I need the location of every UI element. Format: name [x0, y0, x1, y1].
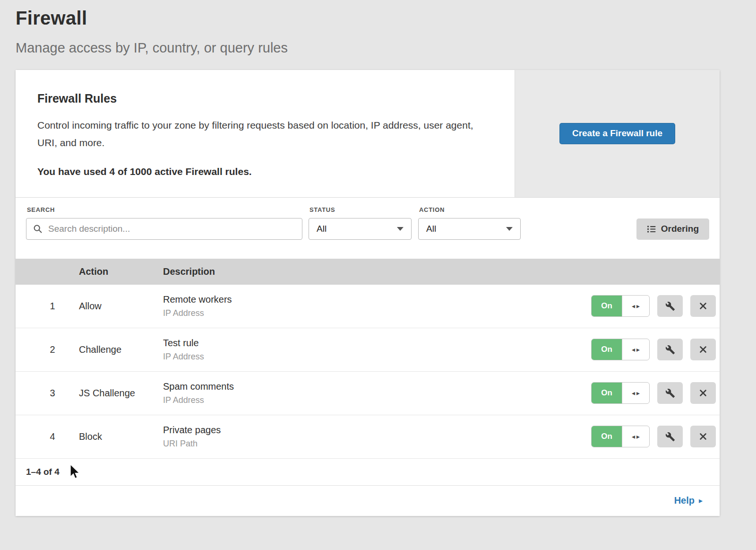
rule-index: 3 — [26, 388, 79, 399]
page-subtitle: Manage access by IP, country, or query r… — [16, 40, 756, 56]
table-row: 1 Allow Remote workers IP Address On ◂▸ — [16, 285, 720, 328]
wrench-icon — [665, 388, 675, 398]
ordering-button[interactable]: Ordering — [636, 218, 709, 240]
create-firewall-rule-button[interactable]: Create a Firewall rule — [559, 123, 675, 144]
status-filter-group: STATUS All — [309, 206, 412, 240]
toggle-arrows-icon[interactable]: ◂▸ — [622, 383, 649, 403]
wrench-icon — [665, 301, 675, 311]
rule-index: 2 — [26, 344, 79, 355]
rule-match-type: URI Path — [163, 439, 591, 449]
table-header: Action Description — [16, 259, 720, 285]
status-select[interactable]: All — [309, 218, 412, 240]
rule-description: Private pages — [163, 425, 591, 436]
delete-rule-button[interactable] — [690, 426, 716, 447]
rule-controls: On ◂▸ — [591, 295, 716, 317]
toggle-arrows-icon[interactable]: ◂▸ — [622, 339, 649, 360]
panel-top: Firewall Rules Control incoming traffic … — [16, 70, 720, 197]
pagination-summary: 1–4 of 4 — [16, 459, 720, 486]
rule-match-type: IP Address — [163, 352, 591, 362]
rule-index: 1 — [26, 301, 79, 312]
status-select-value: All — [317, 224, 326, 234]
close-icon — [698, 301, 708, 311]
search-box — [26, 218, 302, 240]
toggle-on-button[interactable]: On — [592, 383, 622, 403]
close-icon — [698, 345, 708, 354]
edit-rule-button[interactable] — [657, 339, 683, 360]
close-icon — [698, 432, 708, 441]
page-header: Firewall Manage access by IP, country, o… — [0, 0, 756, 56]
search-filter-group: SEARCH — [26, 206, 302, 240]
rule-match-type: IP Address — [163, 308, 591, 318]
wrench-icon — [665, 345, 675, 355]
description-column-header: Description — [163, 266, 716, 277]
rule-action: Challenge — [79, 344, 163, 355]
search-icon — [33, 224, 43, 234]
action-label: ACTION — [419, 206, 521, 213]
rule-description-cell: Private pages URI Path — [163, 425, 591, 449]
page-title: Firewall — [16, 8, 756, 29]
firewall-rules-panel: Firewall Rules Control incoming traffic … — [16, 70, 720, 516]
toggle-arrows-icon[interactable]: ◂▸ — [622, 296, 649, 316]
rule-controls: On ◂▸ — [591, 382, 716, 404]
toggle-on-button[interactable]: On — [592, 296, 622, 316]
panel-intro: Firewall Rules Control incoming traffic … — [16, 70, 515, 197]
table-row: 2 Challenge Test rule IP Address On ◂▸ — [16, 328, 720, 372]
rule-toggle: On ◂▸ — [591, 382, 650, 404]
action-select[interactable]: All — [418, 218, 521, 240]
toggle-on-button[interactable]: On — [592, 426, 622, 447]
rule-controls: On ◂▸ — [591, 426, 716, 447]
rule-match-type: IP Address — [163, 395, 591, 405]
rule-action: JS Challenge — [79, 388, 163, 399]
rule-toggle: On ◂▸ — [591, 426, 650, 447]
rule-controls: On ◂▸ — [591, 339, 716, 360]
edit-rule-button[interactable] — [657, 295, 683, 317]
help-link-label: Help — [674, 495, 695, 506]
edit-rule-button[interactable] — [657, 382, 683, 404]
help-link[interactable]: Help ▸ — [674, 495, 703, 506]
rule-action: Allow — [79, 301, 163, 312]
action-filter-group: ACTION All — [418, 206, 521, 240]
delete-rule-button[interactable] — [690, 382, 716, 404]
rule-description: Remote workers — [163, 294, 591, 305]
table-row: 4 Block Private pages URI Path On ◂▸ — [16, 415, 720, 459]
search-label: SEARCH — [27, 206, 302, 213]
chevron-down-icon — [397, 227, 404, 231]
status-label: STATUS — [309, 206, 412, 213]
rule-description-cell: Spam comments IP Address — [163, 381, 591, 405]
ordered-list-icon — [647, 225, 656, 234]
action-select-value: All — [426, 224, 436, 234]
edit-rule-button[interactable] — [657, 426, 683, 447]
rule-index: 4 — [26, 431, 79, 442]
rule-action: Block — [79, 431, 163, 442]
panel-heading: Firewall Rules — [37, 92, 486, 105]
close-icon — [698, 388, 708, 398]
rule-description-cell: Test rule IP Address — [163, 338, 591, 362]
delete-rule-button[interactable] — [690, 295, 716, 317]
panel-footer: Help ▸ — [16, 486, 720, 516]
chevron-down-icon — [506, 227, 513, 231]
rule-description-cell: Remote workers IP Address — [163, 294, 591, 318]
rules-usage-text: You have used 4 of 1000 active Firewall … — [37, 166, 486, 177]
caret-right-icon: ▸ — [699, 496, 703, 505]
rule-description: Spam comments — [163, 381, 591, 392]
ordering-button-label: Ordering — [661, 224, 699, 234]
rule-description: Test rule — [163, 338, 591, 349]
toggle-arrows-icon[interactable]: ◂▸ — [622, 426, 649, 447]
rule-toggle: On ◂▸ — [591, 295, 650, 317]
toggle-on-button[interactable]: On — [592, 339, 622, 360]
panel-description: Control incoming traffic to your zone by… — [37, 117, 486, 152]
action-column-header: Action — [79, 266, 163, 277]
filters-bar: SEARCH STATUS All ACTION All — [16, 197, 720, 259]
rule-toggle: On ◂▸ — [591, 339, 650, 360]
panel-action-area: Create a Firewall rule — [515, 70, 720, 197]
table-row: 3 JS Challenge Spam comments IP Address … — [16, 372, 720, 415]
wrench-icon — [665, 432, 675, 442]
delete-rule-button[interactable] — [690, 339, 716, 360]
search-input[interactable] — [47, 223, 295, 235]
